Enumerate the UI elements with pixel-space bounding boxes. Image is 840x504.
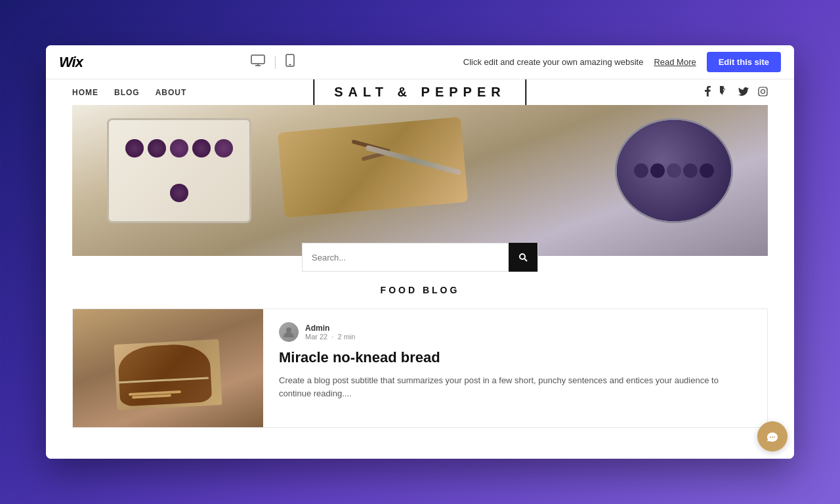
svg-line-9 [524, 259, 527, 261]
search-button[interactable] [509, 243, 537, 272]
post-date: Mar 22 [305, 333, 327, 341]
site-nav: HOME BLOG ABOUT [72, 88, 186, 97]
site-header: HOME BLOG ABOUT SALT & PEPPER [46, 79, 794, 98]
site-content: HOME BLOG ABOUT SALT & PEPPER [46, 79, 794, 459]
instagram-icon[interactable] [758, 87, 768, 98]
blog-section-title: FOOD BLOG [72, 285, 768, 295]
mobile-icon[interactable] [285, 54, 295, 70]
author-avatar [279, 322, 299, 342]
browser-window: Wix Click edit and create your own amazi… [46, 45, 794, 459]
svg-rect-5 [759, 87, 767, 96]
svg-point-13 [774, 436, 775, 438]
post-read-time: 2 min [338, 333, 356, 341]
svg-point-12 [772, 436, 773, 438]
food-scene [72, 105, 768, 256]
svg-point-6 [761, 89, 765, 93]
search-bar-container [46, 243, 794, 272]
svg-rect-0 [251, 55, 264, 64]
site-logo: SALT & PEPPER [334, 85, 505, 100]
nav-about[interactable]: ABOUT [156, 88, 187, 97]
post-title[interactable]: Miracle no-knead bread [279, 348, 751, 368]
author-info: Admin Mar 22 · 2 min [305, 324, 355, 341]
twitter-icon[interactable] [738, 87, 749, 98]
facebook-icon[interactable] [705, 86, 711, 98]
search-input[interactable] [303, 253, 509, 262]
nav-blog[interactable]: BLOG [114, 88, 140, 97]
post-image [73, 309, 263, 427]
berry-bowl [615, 118, 733, 223]
svg-point-10 [286, 327, 291, 333]
device-divider [275, 56, 276, 69]
nav-home[interactable]: HOME [72, 88, 98, 97]
blog-post-card: Admin Mar 22 · 2 min Miracle no-knead br… [72, 308, 768, 428]
post-content: Admin Mar 22 · 2 min Miracle no-knead br… [263, 309, 767, 427]
pinterest-icon[interactable] [720, 86, 729, 98]
svg-point-8 [520, 254, 525, 259]
site-logo-box: SALT & PEPPER [313, 79, 526, 108]
svg-point-7 [765, 89, 766, 89]
svg-point-11 [770, 436, 771, 438]
topbar: Wix Click edit and create your own amazi… [46, 45, 794, 79]
wix-logo: Wix [59, 54, 83, 71]
post-meta: Mar 22 · 2 min [305, 333, 355, 341]
chat-bubble[interactable] [757, 421, 788, 452]
social-icons [705, 86, 768, 98]
search-bar [302, 243, 538, 272]
author-row: Admin Mar 22 · 2 min [279, 322, 751, 342]
edit-site-button[interactable]: Edit this site [707, 52, 781, 72]
device-icons [251, 54, 295, 70]
desktop-icon[interactable] [251, 54, 265, 70]
bread-scene [73, 309, 263, 427]
hero-image [72, 105, 768, 256]
author-name: Admin [305, 324, 355, 333]
topbar-right: Click edit and create your own amazing w… [463, 52, 781, 72]
baking-pan [107, 118, 251, 223]
blog-section: FOOD BLOG [46, 272, 794, 441]
read-more-link[interactable]: Read More [654, 57, 696, 67]
promo-text: Click edit and create your own amazing w… [463, 57, 644, 67]
post-excerpt: Create a blog post subtitle that summari… [279, 374, 751, 402]
